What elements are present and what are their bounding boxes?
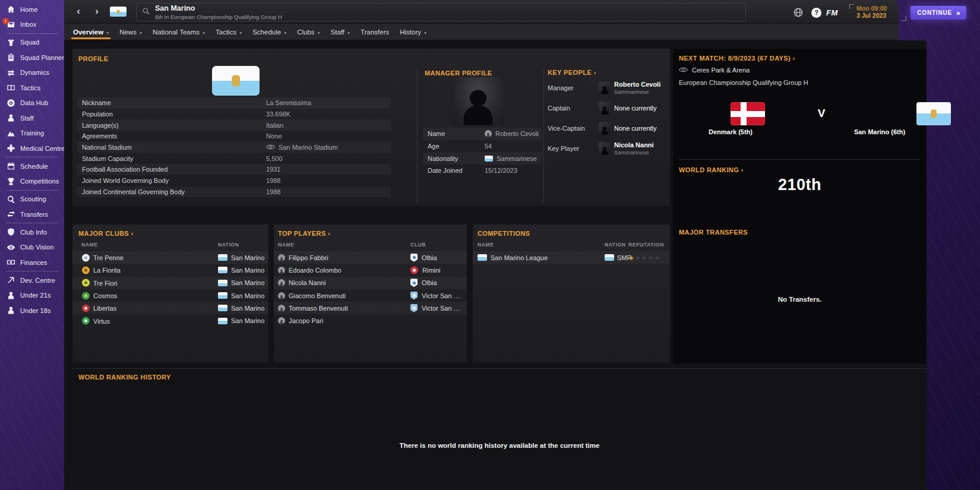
club-badge-icon: [82, 266, 90, 274]
info-value: 54: [485, 143, 492, 150]
fm-logo[interactable]: FM: [826, 8, 838, 17]
club-nation-cell: San Marino: [218, 279, 264, 286]
table-row-club-la-fiorita[interactable]: La FioritaSan Marino: [72, 264, 268, 276]
table-row-club-cosmos[interactable]: CosmosSan Marino: [72, 289, 268, 302]
tab-history[interactable]: History▾: [400, 24, 426, 40]
sidebar-item-dynamics[interactable]: Dynamics: [0, 65, 64, 81]
team-search-box[interactable]: San Marino 6th in European Championship …: [136, 3, 746, 21]
forward-icon[interactable]: ›: [91, 5, 103, 18]
tab-staff[interactable]: Staff▾: [331, 24, 350, 40]
table-row-player-jacopo-pari[interactable]: Jacopo Pari: [274, 314, 467, 327]
table-row-player-tommaso-benvenuti[interactable]: Tommaso BenvenutiVictor San Mari...: [274, 302, 467, 314]
key-people-row-captain[interactable]: CaptainNone currently: [548, 98, 668, 118]
key-people-role: Key Player: [548, 145, 579, 152]
club-name-cell: Tre Fiori: [82, 279, 118, 287]
sidebar-item-label: Home: [20, 6, 38, 13]
major-clubs-title[interactable]: MAJOR CLUBS ›: [78, 230, 134, 237]
table-row-player-nicola-nanni[interactable]: Nicola NanniOlbia: [274, 277, 467, 289]
key-people-row-manager[interactable]: ManagerRoberto CevoliSammarinese: [548, 78, 668, 98]
table-row-player-giacomo-benvenuti[interactable]: Giacomo BenvenutiVictor San Mari...: [274, 289, 467, 302]
table-row-player-edoardo-colombo[interactable]: Edoardo ColomboRimini: [274, 264, 467, 276]
club-nation: San Marino: [231, 279, 264, 286]
key-people-nationality: Sammarinese: [614, 88, 660, 95]
sidebar-item-transfers[interactable]: Transfers: [0, 207, 64, 222]
player-face-icon: [278, 267, 285, 274]
world-ranking-value: 210th: [673, 176, 927, 194]
sidebar-item-label: Squad Planner: [20, 54, 64, 61]
tab-tactics[interactable]: Tactics▾: [216, 24, 242, 40]
divider: [543, 67, 544, 204]
chevron-down-icon: ▾: [203, 29, 205, 36]
tab-national-teams[interactable]: National Teams▾: [153, 24, 205, 40]
denmark-flag[interactable]: [731, 102, 765, 125]
sidebar-item-finances[interactable]: Finances: [0, 255, 64, 270]
sidebar-item-staff[interactable]: Staff: [0, 110, 64, 126]
table-row-club-virtus[interactable]: VirtusSan Marino: [72, 314, 268, 327]
home-team-label[interactable]: Denmark (5th): [689, 128, 772, 135]
under-18s-icon: [7, 306, 15, 315]
sidebar-item-squad-planner[interactable]: Squad Planner: [0, 50, 64, 65]
sidebar-item-home[interactable]: Home: [0, 2, 64, 17]
tab-clubs[interactable]: Clubs▾: [297, 24, 320, 40]
sidebar-item-under-21s[interactable]: Under 21s: [0, 288, 64, 304]
sidebar-item-training[interactable]: Training: [0, 126, 64, 141]
club-nation-cell: San Marino: [218, 292, 264, 299]
tab-news[interactable]: News▾: [119, 24, 142, 40]
table-row-competition-san-marino-league[interactable]: San Marino LeagueSMR★★★★★: [473, 251, 670, 264]
table-row-club-tre-fiori[interactable]: Tre FioriSan Marino: [72, 277, 268, 289]
divider: [72, 368, 927, 369]
world-ranking-title[interactable]: WORLD RANKING ›: [679, 166, 744, 173]
info-row: AgreementsNone: [77, 131, 391, 142]
help-icon[interactable]: ?: [811, 8, 821, 18]
sidebar-item-club-vision[interactable]: Club Vision: [0, 240, 64, 255]
info-row: NicknameLa Serenissima: [77, 97, 391, 109]
sidebar-item-club-info[interactable]: Club Info: [0, 225, 64, 240]
info-row: Football Association Founded1931: [77, 164, 391, 175]
column-header-reputation: REPUTATION: [628, 242, 664, 248]
divider: [679, 159, 921, 160]
club-name-cell: La Fiorita: [82, 266, 121, 274]
finances-icon: [7, 258, 15, 267]
club-name: Cosmos: [93, 292, 117, 299]
sidebar-item-squad[interactable]: Squad: [0, 35, 64, 50]
san-marino-flag-button[interactable]: [110, 7, 127, 17]
sidebar-item-competitions[interactable]: Competitions: [0, 174, 64, 189]
next-match-title[interactable]: NEXT MATCH: 8/9/2023 (67 DAYS) ›: [679, 55, 795, 62]
key-people-row-key-player[interactable]: Key PlayerNicola NanniSammarinese: [548, 138, 668, 159]
tab-overview[interactable]: Overview▾: [73, 24, 109, 40]
sidebar-item-dev-centre[interactable]: Dev. Centre: [0, 273, 64, 288]
sidebar-item-under-18s[interactable]: Under 18s: [0, 303, 64, 318]
club-name-cell: Cosmos: [82, 292, 117, 299]
back-icon[interactable]: ‹: [72, 5, 84, 18]
club-name-cell: Libertas: [82, 304, 116, 312]
san-marino-flag-icon: [218, 318, 227, 324]
game-clock[interactable]: Mon 09:00 3 Jul 2023: [849, 4, 906, 20]
tab-schedule[interactable]: Schedule▾: [252, 24, 286, 40]
sidebar-item-scouting[interactable]: Scouting: [0, 192, 64, 207]
player-club-cell: Victor San Mari...: [410, 292, 464, 300]
home-icon: [7, 5, 15, 14]
globe-icon[interactable]: [793, 7, 804, 18]
table-row-player-filippo-fabbri[interactable]: Filippo FabbriOlbia: [274, 251, 467, 264]
sidebar-item-tactics[interactable]: Tactics: [0, 80, 64, 96]
away-team-label[interactable]: San Marino (6th): [838, 128, 921, 135]
info-label: Age: [423, 143, 440, 150]
sidebar-item-schedule[interactable]: Schedule: [0, 159, 64, 174]
sidebar-item-inbox[interactable]: !Inbox: [0, 17, 64, 33]
continue-button[interactable]: CONTINUE »: [911, 6, 966, 20]
key-people-row-vice-captain[interactable]: Vice-CaptainNone currently: [548, 118, 668, 138]
info-value-text: Roberto Cevoli: [495, 130, 539, 137]
table-row-club-libertas[interactable]: LibertasSan Marino: [72, 302, 268, 314]
top-players-title[interactable]: TOP PLAYERS ›: [278, 230, 330, 237]
sidebar-item-data-hub[interactable]: Data Hub: [0, 96, 64, 111]
table-row-club-tre-penne[interactable]: Tre PenneSan Marino: [72, 251, 268, 264]
key-people-title[interactable]: KEY PEOPLE ›: [548, 69, 596, 76]
reputation-stars: ★★★★★: [628, 254, 660, 261]
info-value: San Marino Stadium: [266, 144, 338, 151]
sidebar-item-medical-centre[interactable]: Medical Centre: [0, 141, 64, 156]
player-club-cell: Victor San Mari...: [410, 304, 464, 312]
dynamics-icon: [7, 68, 15, 77]
san-marino-flag-match[interactable]: [916, 102, 951, 125]
person-avatar: [599, 82, 610, 94]
tab-transfers[interactable]: Transfers: [361, 24, 389, 40]
